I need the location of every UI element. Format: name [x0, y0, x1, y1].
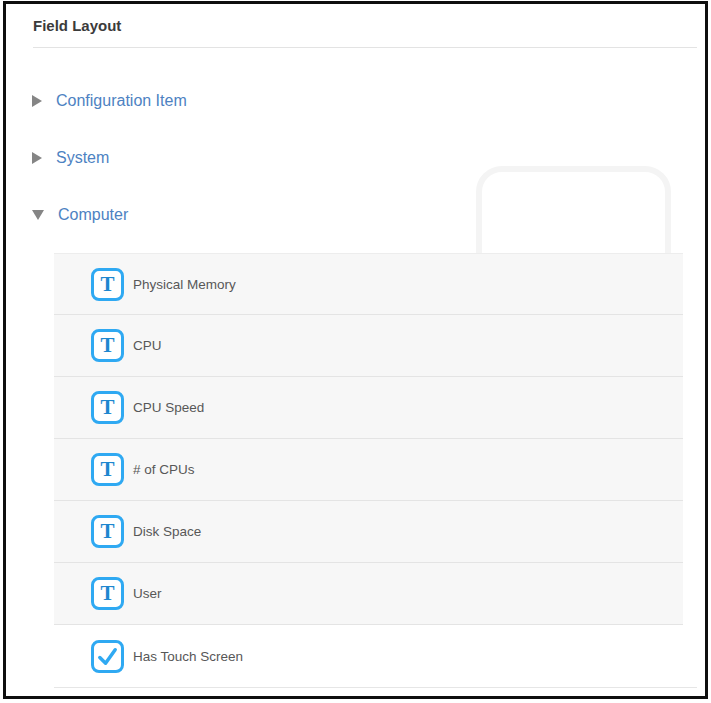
field-label: CPU Speed	[133, 400, 204, 415]
section-link-system[interactable]: System	[56, 149, 109, 167]
chevron-right-icon	[32, 95, 42, 107]
page-title: Field Layout	[33, 17, 121, 34]
field-label: Physical Memory	[133, 277, 236, 292]
field-label: Has Touch Screen	[133, 649, 243, 664]
section-link-configuration-item[interactable]: Configuration Item	[56, 92, 187, 110]
chevron-down-icon	[32, 210, 44, 220]
field-label: User	[133, 586, 162, 601]
panel-frame: Field Layout Configuration Item System C…	[3, 1, 708, 699]
text-field-icon: T	[91, 268, 124, 301]
field-label: CPU	[133, 338, 162, 353]
field-layout-panel: Field Layout Configuration Item System C…	[0, 0, 711, 703]
text-field-icon: T	[91, 515, 124, 548]
section-system[interactable]: System	[32, 147, 109, 169]
field-row-cpu[interactable]: T CPU	[54, 315, 683, 377]
field-row-cpu-speed[interactable]: T CPU Speed	[54, 377, 683, 439]
field-row-num-cpus[interactable]: T # of CPUs	[54, 439, 683, 501]
title-divider	[33, 47, 697, 48]
text-field-icon: T	[91, 329, 124, 362]
text-field-icon: T	[91, 453, 124, 486]
section-computer[interactable]: Computer	[32, 204, 128, 226]
field-label: # of CPUs	[133, 462, 195, 477]
section-configuration-item[interactable]: Configuration Item	[32, 90, 187, 112]
field-row-disk-space[interactable]: T Disk Space	[54, 501, 683, 563]
field-row-user[interactable]: T User	[54, 563, 683, 625]
field-row-physical-memory[interactable]: T Physical Memory	[54, 253, 683, 315]
computer-field-list: T Physical Memory T CPU T CPU Speed T # …	[54, 253, 683, 687]
text-field-icon: T	[91, 391, 124, 424]
bottom-divider	[54, 687, 697, 688]
chevron-right-icon	[32, 152, 42, 164]
checkbox-checked-icon	[91, 640, 124, 673]
text-field-icon: T	[91, 577, 124, 610]
field-label: Disk Space	[133, 524, 201, 539]
field-row-has-touch-screen[interactable]: Has Touch Screen	[54, 625, 683, 687]
section-link-computer[interactable]: Computer	[58, 206, 128, 224]
